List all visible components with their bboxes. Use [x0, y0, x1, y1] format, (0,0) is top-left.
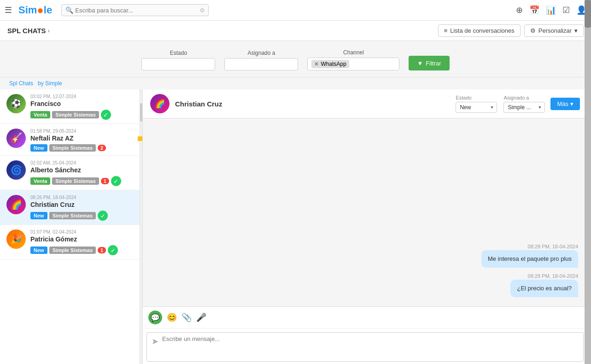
whatsapp-icon: ✓	[108, 245, 118, 255]
chat-header-fields: Estado New Open Closed Asignado a Simple…	[456, 95, 545, 113]
channel-filter-input[interactable]: ✕ WhatsApp	[307, 58, 399, 70]
conv-body: 01:58 PM, 29-05-2024 Neftali Raz AZ New …	[30, 129, 136, 152]
list-scrollbar-thumb	[140, 103, 143, 122]
conv-tags: Venta Simple Sistemas 1 ✓	[30, 176, 136, 186]
personalizar-button[interactable]: ⚙ Personalizar ▾	[524, 24, 584, 37]
asignado-filter-input[interactable]	[224, 58, 298, 70]
avatar: 🌀	[6, 160, 26, 180]
message-input[interactable]	[162, 335, 579, 358]
chat-messages: 08:28 PM, 18-04-2024 Me interesa el paqu…	[143, 118, 587, 306]
estado-filter-input[interactable]	[141, 58, 215, 70]
mas-button[interactable]: Más ▾	[550, 98, 580, 110]
message-bubble: ¿El precio es anual?	[510, 280, 578, 297]
conv-body: 01:07 PM, 02-04-2024 Patricia Gómez New …	[30, 229, 136, 255]
list-conversaciones-button[interactable]: ≡ Lista de conversaciones	[438, 24, 521, 37]
breadcrumb-spl-chats[interactable]: Spl Chats	[9, 80, 33, 87]
tag-new: New	[30, 212, 47, 219]
filter-row: Estado Asignado a Channel ✕ WhatsApp ▼ F…	[9, 49, 582, 70]
page-scrollbar[interactable]	[585, 0, 591, 364]
asignado-select[interactable]: Simple ...	[503, 102, 545, 113]
chat-avatar: 🌈	[150, 94, 170, 113]
asignado-field: Asignado a Simple ...	[503, 95, 545, 113]
list-scrollbar[interactable]	[140, 89, 142, 364]
whatsapp-icon: ✓	[98, 211, 108, 221]
list-item[interactable]: 🎸 01:58 PM, 29-05-2024 Neftali Raz AZ Ne…	[0, 124, 142, 156]
conv-name: Alberto Sánchez	[30, 166, 136, 174]
conv-name: Christian Cruz	[30, 201, 136, 208]
hamburger-icon[interactable]: ☰	[5, 5, 12, 15]
estado-filter-group: Estado	[141, 50, 215, 70]
tag-venta: Venta	[30, 177, 50, 185]
emoji-button[interactable]: 😊	[167, 312, 177, 323]
chat-input-area: 💬 😊 📎 🎤 ➤	[143, 306, 587, 364]
personalizar-chevron-icon: ▾	[574, 27, 578, 34]
subheader-actions: ≡ Lista de conversaciones ⚙ Personalizar…	[438, 24, 584, 37]
conv-body: 03:02 PM, 12-07-2024 Francisco Venta Sim…	[30, 94, 136, 120]
filtrar-button[interactable]: ▼ Filtrar	[409, 56, 449, 70]
add-icon[interactable]: ⊕	[516, 5, 523, 15]
message-timestamp: 08:28 PM, 18-04-2024	[528, 273, 578, 279]
tag-venta: Venta	[30, 111, 50, 118]
chat-panel: 🌈 Christian Cruz Estado New Open Closed …	[143, 89, 587, 364]
badge: 1	[98, 247, 106, 253]
message-bubble: Me interesa el paquete pro plus	[481, 250, 578, 268]
chart-icon[interactable]: 📊	[546, 5, 556, 15]
avatar: 🎉	[6, 229, 26, 249]
estado-select-wrapper[interactable]: New Open Closed	[456, 102, 497, 113]
tag-simple-sistemas: Simple Sistemas	[49, 247, 96, 254]
conv-time: 03:02 PM, 12-07-2024	[30, 94, 136, 99]
search-bar[interactable]: 🔍 ⊙	[61, 4, 209, 16]
conv-tags: New Simple Sistemas 2	[30, 144, 136, 152]
spl-chats-label: SPL CHATS	[7, 27, 46, 35]
channel-tag: ✕ WhatsApp	[311, 60, 349, 68]
channel-filter-label: Channel	[307, 49, 399, 56]
audio-button[interactable]: 🎤	[196, 312, 206, 323]
list-item[interactable]: 🎉 01:07 PM, 02-04-2024 Patricia Gómez Ne…	[0, 225, 142, 259]
badge: 1	[101, 178, 109, 184]
filtrar-label: Filtrar	[426, 60, 441, 67]
conversation-list: ⚽ 03:02 PM, 12-07-2024 Francisco Venta S…	[0, 89, 143, 364]
attachment-button[interactable]: 📎	[181, 312, 192, 323]
conv-name: Francisco	[30, 100, 136, 107]
avatar: ⚽	[6, 94, 26, 113]
channel-tag-remove[interactable]: ✕	[314, 61, 319, 67]
list-item[interactable]: ⚽ 03:02 PM, 12-07-2024 Francisco Venta S…	[0, 89, 142, 124]
search-input[interactable]	[75, 7, 200, 14]
tag-simple-sistemas: Simple Sistemas	[52, 177, 99, 185]
tag-simple-sistemas: Simple Sistemas	[49, 144, 96, 152]
conv-body: 02:02 AM, 25-04-2024 Alberto Sánchez Ven…	[30, 160, 136, 186]
chat-header: 🌈 Christian Cruz Estado New Open Closed …	[143, 89, 587, 118]
send-button[interactable]: ➤	[152, 336, 158, 346]
personalizar-label: Personalizar	[538, 27, 572, 34]
list-item[interactable]: 🌀 02:02 AM, 25-04-2024 Alberto Sánchez V…	[0, 156, 142, 190]
tag-simple-sistemas: Simple Sistemas	[49, 212, 96, 219]
conv-time: 02:02 AM, 25-04-2024	[30, 160, 136, 165]
conv-tags: Venta Simple Sistemas ✓	[30, 110, 136, 120]
estado-label: Estado	[456, 95, 471, 100]
asignado-select-wrapper[interactable]: Simple ...	[503, 102, 545, 113]
navbar-icons: ⊕ 📅 📊 ☑ 👤	[516, 5, 586, 15]
message-timestamp: 08:28 PM, 18-04-2024	[528, 244, 578, 249]
svg-marker-0	[142, 131, 143, 146]
chevron-icon: ›	[48, 28, 50, 34]
filter-area: Estado Asignado a Channel ✕ WhatsApp ▼ F…	[0, 41, 591, 77]
message-type-button[interactable]: 💬	[148, 311, 162, 324]
filter-icon: ▼	[417, 60, 423, 67]
avatar: 🎸	[6, 129, 26, 148]
list-item[interactable]: 🌈 08:26 PM, 18-04-2024 Christian Cruz Ne…	[0, 190, 142, 225]
breadcrumb-by-simple: by Simple	[38, 80, 62, 87]
subheader: SPL CHATS › ≡ Lista de conversaciones ⚙ …	[0, 21, 591, 41]
subheader-title: SPL CHATS ›	[7, 27, 50, 35]
gear-icon: ⚙	[530, 27, 536, 34]
conv-tags: New Simple Sistemas ✓	[30, 211, 136, 221]
whatsapp-icon: ✓	[111, 176, 121, 186]
conv-name: Neftali Raz AZ	[30, 135, 136, 142]
check-icon[interactable]: ☑	[562, 5, 570, 15]
channel-tag-value: WhatsApp	[321, 61, 346, 67]
conv-time: 01:07 PM, 02-04-2024	[30, 229, 136, 235]
conv-name: Patricia Gómez	[30, 235, 136, 243]
calendar-icon[interactable]: 📅	[529, 5, 539, 15]
estado-select[interactable]: New Open Closed	[456, 102, 497, 113]
conv-time: 01:58 PM, 29-05-2024	[30, 129, 136, 134]
estado-field: Estado New Open Closed	[456, 95, 497, 113]
